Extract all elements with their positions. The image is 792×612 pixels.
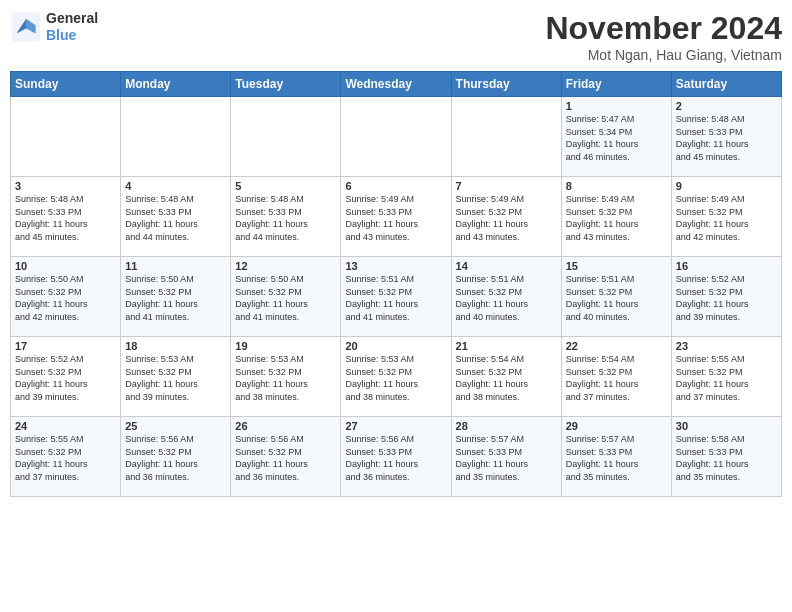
day-info: Sunrise: 5:53 AM Sunset: 5:32 PM Dayligh… — [125, 353, 226, 403]
calendar-cell: 22Sunrise: 5:54 AM Sunset: 5:32 PM Dayli… — [561, 337, 671, 417]
calendar-cell: 28Sunrise: 5:57 AM Sunset: 5:33 PM Dayli… — [451, 417, 561, 497]
weekday-header-saturday: Saturday — [671, 72, 781, 97]
calendar-week-row: 17Sunrise: 5:52 AM Sunset: 5:32 PM Dayli… — [11, 337, 782, 417]
day-info: Sunrise: 5:48 AM Sunset: 5:33 PM Dayligh… — [235, 193, 336, 243]
calendar-cell: 29Sunrise: 5:57 AM Sunset: 5:33 PM Dayli… — [561, 417, 671, 497]
day-info: Sunrise: 5:47 AM Sunset: 5:34 PM Dayligh… — [566, 113, 667, 163]
calendar-cell: 12Sunrise: 5:50 AM Sunset: 5:32 PM Dayli… — [231, 257, 341, 337]
day-info: Sunrise: 5:51 AM Sunset: 5:32 PM Dayligh… — [345, 273, 446, 323]
calendar-cell: 14Sunrise: 5:51 AM Sunset: 5:32 PM Dayli… — [451, 257, 561, 337]
weekday-header-sunday: Sunday — [11, 72, 121, 97]
day-info: Sunrise: 5:52 AM Sunset: 5:32 PM Dayligh… — [676, 273, 777, 323]
day-info: Sunrise: 5:52 AM Sunset: 5:32 PM Dayligh… — [15, 353, 116, 403]
day-number: 20 — [345, 340, 446, 352]
day-info: Sunrise: 5:55 AM Sunset: 5:32 PM Dayligh… — [676, 353, 777, 403]
calendar-cell: 23Sunrise: 5:55 AM Sunset: 5:32 PM Dayli… — [671, 337, 781, 417]
day-number: 4 — [125, 180, 226, 192]
day-info: Sunrise: 5:49 AM Sunset: 5:32 PM Dayligh… — [456, 193, 557, 243]
day-number: 14 — [456, 260, 557, 272]
page-header: General Blue November 2024 Mot Ngan, Hau… — [10, 10, 782, 63]
day-number: 26 — [235, 420, 336, 432]
day-number: 5 — [235, 180, 336, 192]
calendar-cell: 17Sunrise: 5:52 AM Sunset: 5:32 PM Dayli… — [11, 337, 121, 417]
calendar-cell: 26Sunrise: 5:56 AM Sunset: 5:32 PM Dayli… — [231, 417, 341, 497]
day-info: Sunrise: 5:48 AM Sunset: 5:33 PM Dayligh… — [676, 113, 777, 163]
weekday-header-tuesday: Tuesday — [231, 72, 341, 97]
calendar-cell: 20Sunrise: 5:53 AM Sunset: 5:32 PM Dayli… — [341, 337, 451, 417]
day-number: 12 — [235, 260, 336, 272]
day-number: 16 — [676, 260, 777, 272]
day-info: Sunrise: 5:54 AM Sunset: 5:32 PM Dayligh… — [566, 353, 667, 403]
day-info: Sunrise: 5:50 AM Sunset: 5:32 PM Dayligh… — [15, 273, 116, 323]
day-info: Sunrise: 5:57 AM Sunset: 5:33 PM Dayligh… — [456, 433, 557, 483]
day-number: 21 — [456, 340, 557, 352]
logo-icon — [10, 11, 42, 43]
day-info: Sunrise: 5:49 AM Sunset: 5:32 PM Dayligh… — [676, 193, 777, 243]
day-info: Sunrise: 5:58 AM Sunset: 5:33 PM Dayligh… — [676, 433, 777, 483]
calendar-cell — [341, 97, 451, 177]
calendar-cell: 16Sunrise: 5:52 AM Sunset: 5:32 PM Dayli… — [671, 257, 781, 337]
day-number: 1 — [566, 100, 667, 112]
day-number: 15 — [566, 260, 667, 272]
day-number: 8 — [566, 180, 667, 192]
location-subtitle: Mot Ngan, Hau Giang, Vietnam — [545, 47, 782, 63]
day-number: 27 — [345, 420, 446, 432]
weekday-header-thursday: Thursday — [451, 72, 561, 97]
calendar-week-row: 3Sunrise: 5:48 AM Sunset: 5:33 PM Daylig… — [11, 177, 782, 257]
day-info: Sunrise: 5:48 AM Sunset: 5:33 PM Dayligh… — [15, 193, 116, 243]
day-number: 11 — [125, 260, 226, 272]
title-block: November 2024 Mot Ngan, Hau Giang, Vietn… — [545, 10, 782, 63]
day-number: 9 — [676, 180, 777, 192]
calendar-cell: 24Sunrise: 5:55 AM Sunset: 5:32 PM Dayli… — [11, 417, 121, 497]
day-info: Sunrise: 5:54 AM Sunset: 5:32 PM Dayligh… — [456, 353, 557, 403]
calendar-cell: 5Sunrise: 5:48 AM Sunset: 5:33 PM Daylig… — [231, 177, 341, 257]
day-info: Sunrise: 5:49 AM Sunset: 5:33 PM Dayligh… — [345, 193, 446, 243]
calendar-cell: 18Sunrise: 5:53 AM Sunset: 5:32 PM Dayli… — [121, 337, 231, 417]
day-number: 22 — [566, 340, 667, 352]
day-number: 30 — [676, 420, 777, 432]
calendar-cell — [231, 97, 341, 177]
day-number: 13 — [345, 260, 446, 272]
day-info: Sunrise: 5:56 AM Sunset: 5:32 PM Dayligh… — [125, 433, 226, 483]
weekday-header-wednesday: Wednesday — [341, 72, 451, 97]
day-number: 24 — [15, 420, 116, 432]
day-info: Sunrise: 5:56 AM Sunset: 5:32 PM Dayligh… — [235, 433, 336, 483]
calendar-cell: 19Sunrise: 5:53 AM Sunset: 5:32 PM Dayli… — [231, 337, 341, 417]
day-info: Sunrise: 5:48 AM Sunset: 5:33 PM Dayligh… — [125, 193, 226, 243]
calendar-week-row: 10Sunrise: 5:50 AM Sunset: 5:32 PM Dayli… — [11, 257, 782, 337]
calendar-table: SundayMondayTuesdayWednesdayThursdayFrid… — [10, 71, 782, 497]
day-number: 6 — [345, 180, 446, 192]
day-number: 2 — [676, 100, 777, 112]
calendar-cell: 11Sunrise: 5:50 AM Sunset: 5:32 PM Dayli… — [121, 257, 231, 337]
day-number: 3 — [15, 180, 116, 192]
calendar-cell — [121, 97, 231, 177]
day-info: Sunrise: 5:57 AM Sunset: 5:33 PM Dayligh… — [566, 433, 667, 483]
day-info: Sunrise: 5:55 AM Sunset: 5:32 PM Dayligh… — [15, 433, 116, 483]
calendar-cell: 4Sunrise: 5:48 AM Sunset: 5:33 PM Daylig… — [121, 177, 231, 257]
day-info: Sunrise: 5:50 AM Sunset: 5:32 PM Dayligh… — [235, 273, 336, 323]
day-number: 28 — [456, 420, 557, 432]
calendar-week-row: 24Sunrise: 5:55 AM Sunset: 5:32 PM Dayli… — [11, 417, 782, 497]
day-number: 29 — [566, 420, 667, 432]
logo-text: General Blue — [46, 10, 98, 44]
weekday-header-monday: Monday — [121, 72, 231, 97]
month-title: November 2024 — [545, 10, 782, 47]
calendar-cell: 6Sunrise: 5:49 AM Sunset: 5:33 PM Daylig… — [341, 177, 451, 257]
day-number: 23 — [676, 340, 777, 352]
day-info: Sunrise: 5:51 AM Sunset: 5:32 PM Dayligh… — [566, 273, 667, 323]
weekday-header-friday: Friday — [561, 72, 671, 97]
day-number: 19 — [235, 340, 336, 352]
calendar-cell: 8Sunrise: 5:49 AM Sunset: 5:32 PM Daylig… — [561, 177, 671, 257]
calendar-cell: 30Sunrise: 5:58 AM Sunset: 5:33 PM Dayli… — [671, 417, 781, 497]
calendar-week-row: 1Sunrise: 5:47 AM Sunset: 5:34 PM Daylig… — [11, 97, 782, 177]
logo: General Blue — [10, 10, 98, 44]
calendar-cell: 2Sunrise: 5:48 AM Sunset: 5:33 PM Daylig… — [671, 97, 781, 177]
calendar-cell: 25Sunrise: 5:56 AM Sunset: 5:32 PM Dayli… — [121, 417, 231, 497]
calendar-cell: 21Sunrise: 5:54 AM Sunset: 5:32 PM Dayli… — [451, 337, 561, 417]
calendar-cell: 1Sunrise: 5:47 AM Sunset: 5:34 PM Daylig… — [561, 97, 671, 177]
day-info: Sunrise: 5:51 AM Sunset: 5:32 PM Dayligh… — [456, 273, 557, 323]
day-number: 17 — [15, 340, 116, 352]
calendar-cell: 9Sunrise: 5:49 AM Sunset: 5:32 PM Daylig… — [671, 177, 781, 257]
calendar-cell: 13Sunrise: 5:51 AM Sunset: 5:32 PM Dayli… — [341, 257, 451, 337]
calendar-cell — [11, 97, 121, 177]
